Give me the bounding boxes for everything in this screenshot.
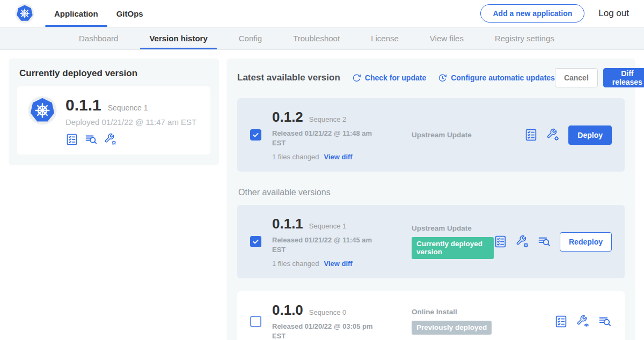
preflight-checks-icon[interactable]: [494, 235, 507, 248]
tab-application[interactable]: Application: [45, 0, 107, 27]
subnav-tab-dashboard[interactable]: Dashboard: [63, 27, 134, 49]
logout-link[interactable]: Log out: [598, 8, 629, 19]
subnav-tab-view-files[interactable]: View files: [414, 27, 479, 49]
files-changed-label: 1 files changed: [272, 260, 319, 268]
sequence-label: Sequence 2: [309, 115, 346, 123]
auto-update-icon: [438, 73, 447, 83]
add-application-button[interactable]: Add a new application: [480, 4, 584, 23]
currently-deployed-panel: Currently deployed version 0.1.1 Sequenc…: [9, 58, 219, 165]
version-number: 0.1.2: [272, 109, 303, 125]
other-versions-title: Other available versions: [238, 188, 625, 197]
released-timestamp: Released 01/21/22 @ 11:48 am EST: [272, 129, 378, 147]
check-for-update-link[interactable]: Check for update: [352, 73, 426, 83]
tab-gitops[interactable]: GitOps: [107, 0, 152, 27]
app-sub-nav: Dashboard Version history Config Trouble…: [0, 27, 644, 50]
deployed-timestamp: Deployed 01/21/22 @ 11:47 am EST: [65, 117, 196, 127]
diff-releases-button[interactable]: Diff releases: [603, 68, 644, 87]
deploy-logs-icon[interactable]: [598, 315, 612, 328]
cancel-button[interactable]: Cancel: [555, 68, 598, 87]
preflight-checks-icon[interactable]: [65, 133, 78, 146]
top-nav: Application GitOps Add a new application…: [0, 0, 644, 27]
available-versions-panel: Latest available version Check for updat…: [226, 58, 635, 340]
subnav-tab-troubleshoot[interactable]: Troubleshoot: [277, 27, 355, 49]
released-timestamp: Released 01/21/22 @ 11:45 am EST: [272, 235, 378, 254]
deployed-panel-title: Currently deployed version: [19, 68, 210, 79]
view-diff-link[interactable]: View diff: [324, 153, 352, 161]
configure-updates-link[interactable]: Configure automatic updates: [438, 73, 555, 83]
subnav-tab-license[interactable]: License: [355, 27, 414, 49]
deployed-version-number: 0.1.1: [65, 96, 101, 114]
version-checkbox[interactable]: [250, 129, 261, 141]
check-for-update-label: Check for update: [365, 73, 426, 82]
released-timestamp: Released 01/20/22 @ 03:05 pm EST: [272, 322, 378, 340]
version-card-0-1-2: 0.1.2 Sequence 2 Released 01/21/22 @ 11:…: [237, 98, 625, 172]
main-content: Currently deployed version 0.1.1 Sequenc…: [0, 50, 644, 340]
top-tabs: Application GitOps: [45, 0, 152, 27]
version-source-label: Upstream Update: [412, 131, 524, 139]
version-source-label: Online Install: [412, 308, 554, 316]
version-card-0-1-0: 0.1.0 Sequence 0 Released 01/20/22 @ 03:…: [237, 291, 625, 340]
sequence-label: Sequence 1: [309, 222, 346, 230]
view-diff-link[interactable]: View diff: [324, 260, 352, 268]
config-settings-icon[interactable]: [516, 235, 529, 248]
redeploy-button[interactable]: Redeploy: [560, 232, 612, 252]
deployed-version-card: 0.1.1 Sequence 1 Deployed 01/21/22 @ 11:…: [17, 86, 210, 154]
checkmark-icon: [252, 131, 260, 139]
preflight-checks-icon[interactable]: [554, 315, 568, 328]
version-checkbox[interactable]: [250, 236, 261, 247]
version-source-label: Upstream Update: [412, 224, 494, 232]
version-number: 0.1.0: [272, 302, 303, 319]
deploy-logs-icon[interactable]: [538, 235, 551, 248]
preflight-checks-icon[interactable]: [524, 128, 538, 142]
configure-updates-label: Configure automatic updates: [451, 73, 555, 82]
deploy-button[interactable]: Deploy: [568, 125, 612, 145]
view-config-icon[interactable]: [576, 315, 590, 328]
deployed-sequence-label: Sequence 1: [108, 104, 148, 112]
previously-deployed-badge: Previously deployed: [412, 321, 492, 335]
subnav-tab-registry-settings[interactable]: Registry settings: [479, 27, 570, 49]
files-changed-label: 1 files changed: [272, 153, 319, 161]
kubernetes-app-icon: [28, 96, 57, 125]
config-settings-icon[interactable]: [104, 133, 117, 146]
config-settings-icon[interactable]: [546, 128, 560, 142]
subnav-tab-config[interactable]: Config: [223, 27, 277, 49]
checkmark-icon: [252, 238, 260, 246]
kubernetes-logo-icon: [15, 4, 34, 23]
version-card-0-1-1: 0.1.1 Sequence 1 Released 01/21/22 @ 11:…: [237, 205, 625, 278]
sequence-label: Sequence 0: [309, 308, 346, 316]
version-number: 0.1.1: [272, 216, 303, 232]
latest-available-title: Latest available version: [237, 72, 340, 83]
currently-deployed-badge: Currently deployed version: [412, 237, 494, 259]
deploy-logs-icon[interactable]: [85, 133, 98, 146]
subnav-tab-version-history[interactable]: Version history: [134, 27, 223, 49]
version-checkbox[interactable]: [250, 316, 261, 327]
check-for-update-icon: [352, 73, 361, 83]
